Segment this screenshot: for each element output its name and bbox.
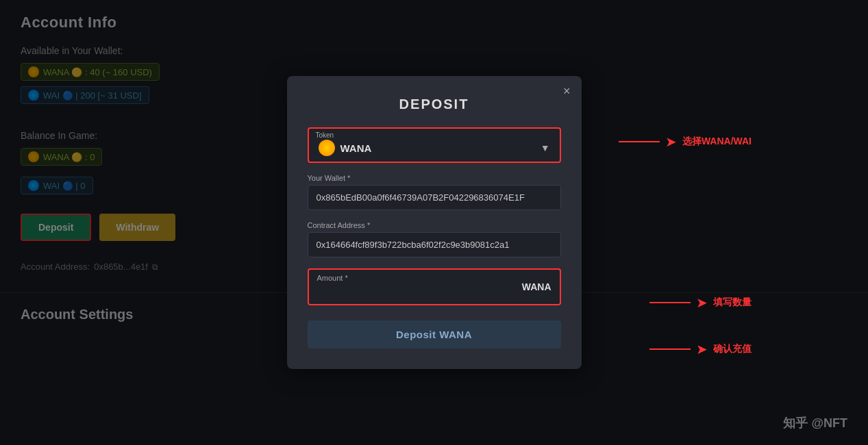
wallet-field-label: Your Wallet * — [308, 174, 561, 182]
contract-input[interactable] — [308, 232, 561, 257]
arrow-icon-3: ➤ — [696, 341, 708, 357]
annotation-confirm: ➤ 确认充值 — [649, 341, 752, 357]
token-select-value: WANA — [319, 140, 372, 156]
annotation-line-3 — [649, 348, 691, 350]
annotation-fill-amount: ➤ 填写数量 — [649, 294, 752, 311]
annotation-line-1 — [619, 141, 660, 142]
token-select-group: Token WANA ▼ — [308, 127, 561, 163]
annotation-select-label: 选择WANA/WAI — [682, 136, 752, 148]
arrow-icon-2: ➤ — [696, 294, 708, 311]
submit-deposit-button[interactable]: Deposit WANA — [308, 320, 561, 348]
amount-wrapper: Amount * WANA — [308, 268, 561, 305]
modal-title: DEPOSIT — [308, 97, 561, 112]
token-select-row: WANA ▼ — [314, 130, 554, 160]
deposit-modal: × DEPOSIT Token WANA ▼ Your Wallet * — [287, 76, 582, 369]
modal-overlay: × DEPOSIT Token WANA ▼ Your Wallet * — [0, 0, 868, 445]
token-select-wrapper[interactable]: Token WANA ▼ — [308, 127, 561, 163]
token-field-label: Token — [316, 131, 334, 139]
amount-field-group: Amount * WANA — [308, 268, 561, 305]
token-large-icon — [319, 140, 335, 156]
contract-field-group: Contract Address * — [308, 221, 561, 257]
annotation-confirm-label: 确认充值 — [713, 343, 752, 355]
contract-field-label: Contract Address * — [308, 221, 561, 229]
arrow-icon-1: ➤ — [665, 134, 677, 150]
annotation-select-token: ➤ 选择WANA/WAI — [619, 134, 752, 150]
modal-close-button[interactable]: × — [563, 84, 571, 99]
token-name: WANA — [340, 142, 372, 154]
annotation-fill-label: 填写数量 — [713, 296, 752, 309]
amount-label: Amount * — [317, 274, 348, 282]
chevron-down-icon: ▼ — [541, 142, 550, 153]
annotation-line-2 — [649, 302, 691, 303]
wallet-input[interactable] — [308, 185, 561, 210]
wallet-field-group: Your Wallet * — [308, 174, 561, 210]
amount-unit: WANA — [522, 281, 551, 292]
